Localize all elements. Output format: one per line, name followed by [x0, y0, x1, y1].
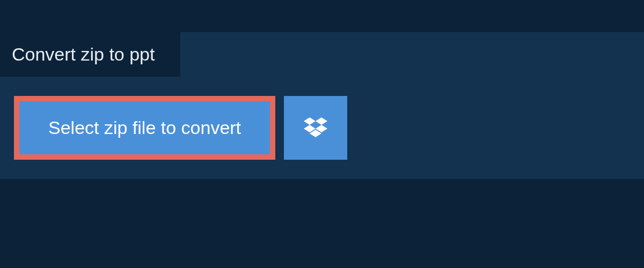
conversion-panel: Convert zip to ppt Select zip file to co…: [0, 32, 644, 179]
tab-label: Convert zip to ppt: [12, 44, 155, 64]
select-file-button[interactable]: Select zip file to convert: [14, 96, 275, 160]
button-row: Select zip file to convert: [0, 77, 644, 179]
dropbox-icon: [304, 117, 327, 139]
dropbox-button[interactable]: [284, 96, 347, 160]
select-file-label: Select zip file to convert: [48, 117, 241, 138]
conversion-tab[interactable]: Convert zip to ppt: [0, 32, 180, 77]
